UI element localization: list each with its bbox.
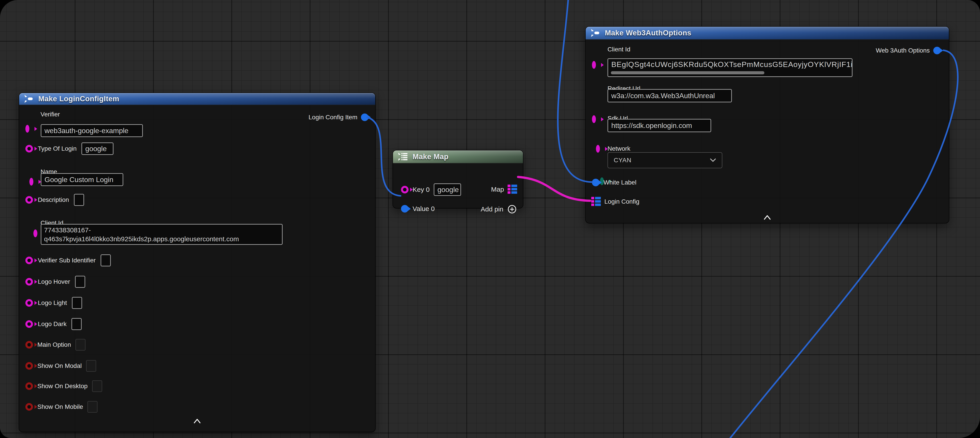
pin-row-white-label: White Label: [592, 179, 636, 186]
pin-label: Show On Modal: [37, 362, 82, 370]
show-on-desktop-checkbox[interactable]: [92, 381, 102, 392]
output-pin-login-config-item[interactable]: [361, 113, 369, 121]
pin-label-verifier: Verifier: [40, 111, 60, 118]
input-pin-verifier[interactable]: [25, 125, 29, 133]
input-pin-logo-hover[interactable]: [25, 278, 33, 285]
pin-row-main-option: Main Option: [25, 339, 86, 350]
pin-row-key0: Key 0 google: [401, 183, 461, 196]
pin-label: Value 0: [412, 205, 435, 213]
client-id-text: BEglQSgt4cUWcj6SKRdu5QkOXTsePmMcusG5EAoy…: [611, 60, 853, 68]
add-pin-label: Add pin: [480, 205, 503, 213]
redirect-url-input[interactable]: w3a://com.w3a.Web3AuthUnreal: [608, 89, 732, 102]
input-pin-verifier-sub-identifier[interactable]: [25, 256, 33, 264]
pin-row-verifier-sub-identifier: Verifier Sub Identifier: [25, 254, 111, 266]
pin-label: Description: [38, 196, 69, 204]
pin-row-login-config: Login Config: [591, 197, 639, 206]
input-pin-value0[interactable]: [401, 205, 409, 213]
input-pin-description[interactable]: [25, 196, 33, 204]
pin-label: Show On Mobile: [37, 403, 83, 410]
pin-row-login-config-item-out: Login Config Item: [309, 113, 369, 121]
add-pin-plus-icon[interactable]: [507, 204, 517, 214]
pin-label: Key 0: [412, 186, 430, 193]
pin-label: Type Of Login: [38, 145, 76, 152]
input-pin-logo-dark[interactable]: [25, 320, 33, 328]
network-dropdown[interactable]: CYAN: [608, 152, 722, 168]
pin-label: Verifier Sub Identifier: [38, 257, 96, 264]
blueprint-editor: Make LoginConfigItem Login Config Item V…: [0, 0, 980, 438]
logo-dark-input[interactable]: [72, 318, 82, 330]
node-make-loginconfigitem[interactable]: Make LoginConfigItem Login Config Item V…: [19, 92, 375, 432]
pin-label: White Label: [603, 179, 636, 186]
client-id-input[interactable]: 774338308167-q463s7kpvja16l4l0kko3nb925i…: [41, 224, 283, 245]
pin-row-description: Description: [25, 194, 84, 206]
node-body: Web 3Auth Options Client Id BEglQSgt4cUW…: [586, 27, 949, 223]
pin-label: Login Config: [605, 198, 639, 205]
node-body: Login Config Item Verifier web3auth-goog…: [19, 93, 375, 432]
pin-row-show-on-desktop: Show On Desktop: [25, 381, 102, 392]
pin-row-value0: Value 0: [401, 205, 435, 213]
pin-label: Logo Light: [38, 299, 67, 306]
output-pin-web3auth-options[interactable]: [933, 47, 941, 54]
input-pin-client-id[interactable]: [592, 61, 596, 69]
input-pin-redirect-url[interactable]: [592, 115, 596, 123]
node-body: Key 0 google Map Value 0 Add pin: [393, 150, 523, 208]
horizontal-scrollbar[interactable]: [611, 71, 764, 74]
input-pin-logo-light[interactable]: [25, 299, 33, 307]
input-pin-show-on-desktop[interactable]: [25, 382, 33, 390]
pin-label-client-id: Client Id: [608, 46, 630, 53]
pin-row-logo-hover: Logo Hover: [25, 276, 85, 288]
client-id-input[interactable]: BEglQSgt4cUWcj6SKRdu5QkOXTsePmMcusG5EAoy…: [608, 58, 853, 77]
description-input[interactable]: [74, 194, 84, 206]
input-pin-key0[interactable]: [401, 186, 409, 193]
chevron-down-icon: [710, 158, 716, 162]
sdk-url-input[interactable]: https://sdk.openlogin.com: [608, 119, 711, 132]
input-pin-show-on-mobile[interactable]: [25, 403, 33, 411]
pin-row-map-out: Map: [491, 185, 517, 194]
name-input[interactable]: Google Custom Login: [41, 173, 123, 186]
input-pin-client-id[interactable]: [33, 229, 37, 237]
key0-input[interactable]: google: [434, 183, 461, 196]
logo-light-input[interactable]: [72, 297, 82, 309]
input-pin-login-config[interactable]: [591, 197, 601, 206]
pin-label: Logo Hover: [38, 278, 70, 285]
pin-label: Login Config Item: [309, 114, 357, 121]
pin-row-show-on-modal: Show On Modal: [25, 360, 96, 372]
chevron-up-icon[interactable]: [193, 419, 201, 424]
pin-row-logo-light: Logo Light: [25, 297, 82, 309]
input-pin-type-of-login[interactable]: [25, 145, 33, 153]
output-pin-map[interactable]: [508, 185, 517, 194]
pin-label: Show On Desktop: [37, 382, 88, 390]
main-option-checkbox[interactable]: [75, 339, 86, 350]
add-pin-button[interactable]: Add pin: [480, 204, 517, 214]
pin-label: Main Option: [37, 341, 71, 348]
input-pin-show-on-modal[interactable]: [25, 362, 33, 370]
input-pin-main-option[interactable]: [25, 341, 33, 349]
network-selected-value: CYAN: [614, 157, 632, 164]
pin-label-network: Network: [608, 145, 630, 152]
node-make-web3authoptions[interactable]: Make Web3AuthOptions Web 3Auth Options C…: [585, 26, 949, 223]
pin-label: Web 3Auth Options: [876, 47, 930, 54]
pin-label: Map: [491, 185, 504, 193]
pin-label: Logo Dark: [38, 320, 67, 328]
input-pin-sdk-url[interactable]: [596, 145, 600, 153]
show-on-modal-checkbox[interactable]: [86, 360, 96, 372]
pin-row-logo-dark: Logo Dark: [25, 318, 82, 330]
show-on-mobile-checkbox[interactable]: [88, 401, 97, 413]
verifier-input[interactable]: web3auth-google-example: [41, 124, 143, 137]
type-of-login-input[interactable]: google: [81, 142, 113, 155]
pin-row-show-on-mobile: Show On Mobile: [25, 401, 97, 413]
verifier-sub-identifier-input[interactable]: [100, 254, 111, 266]
logo-hover-input[interactable]: [75, 276, 85, 288]
input-pin-name[interactable]: [29, 178, 33, 186]
pin-row-type-of-login: Type Of Login google: [25, 142, 113, 155]
pin-row-web3auth-options-out: Web 3Auth Options: [876, 47, 941, 54]
node-make-map[interactable]: Make Map Key 0 google Map Value 0: [393, 150, 523, 209]
chevron-up-icon[interactable]: [764, 215, 771, 220]
input-pin-white-label[interactable]: [592, 179, 600, 186]
